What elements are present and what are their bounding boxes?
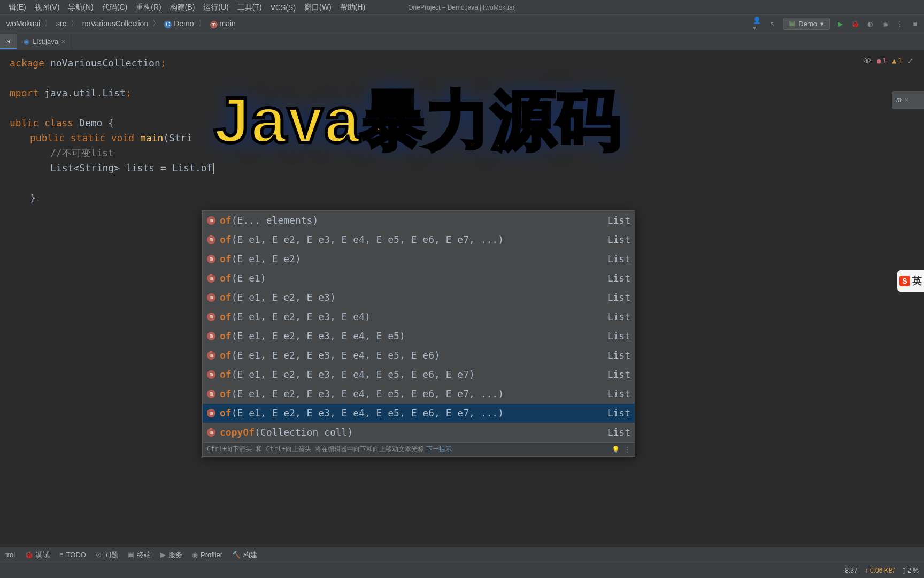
menu-run[interactable]: 运行(U)	[199, 1, 233, 14]
input-method-indicator[interactable]: S 英	[897, 270, 924, 292]
close-icon[interactable]: ×	[905, 96, 908, 104]
close-icon[interactable]: ×	[61, 38, 65, 45]
menu-code[interactable]: 代码(C)	[98, 1, 132, 14]
hammer-icon: 🔨	[232, 551, 241, 559]
overlay-thumbnail-title: Java暴力源码	[214, 78, 622, 165]
tool-problems[interactable]: ⊘问题	[96, 550, 118, 560]
menu-vcs[interactable]: VCS(S)	[266, 1, 300, 14]
completion-return-type: List	[607, 212, 630, 229]
menu-edit[interactable]: 辑(E)	[4, 1, 30, 14]
network-status[interactable]: ↑ 0.06 KB/	[865, 567, 895, 574]
completion-name: of	[220, 270, 232, 287]
completion-name: of	[220, 347, 232, 364]
expand-icon[interactable]: ⤢	[907, 54, 913, 69]
method-icon: m	[207, 274, 215, 283]
completion-item[interactable]: m of (E... elements) List	[203, 211, 635, 230]
chevron-down-icon: ▾	[820, 20, 824, 28]
completion-name: of	[220, 250, 232, 268]
completion-item[interactable]: m of (E e1, E e2) List	[203, 249, 635, 269]
completion-item[interactable]: m of (E e1, E e2, E e3, E e4, E e5, E e6…	[203, 384, 635, 404]
debug-button[interactable]: 🐞	[850, 19, 860, 29]
build-icon[interactable]: ↖	[768, 19, 777, 29]
method-icon: m	[210, 21, 218, 28]
right-tool-tab[interactable]: m ×	[892, 91, 924, 109]
completion-name: of	[220, 212, 232, 229]
crumb-method[interactable]: mmain	[208, 18, 238, 29]
completion-params: (E e1, E e2, E e3, E e4, E e5, E e6, E e…	[232, 405, 504, 422]
run-config-dropdown[interactable]: ▣ Demo ▾	[783, 18, 830, 30]
menu-tools[interactable]: 工具(T)	[233, 1, 266, 14]
menu-help[interactable]: 帮助(H)	[336, 1, 369, 14]
code-line: ackage noVariousCollection;	[10, 56, 914, 71]
menu-bar: 辑(E) 视图(V) 导航(N) 代码(C) 重构(R) 构建(B) 运行(U)…	[0, 0, 924, 15]
completion-item[interactable]: m of (E e1) List	[203, 269, 635, 288]
menu-window[interactable]: 窗口(W)	[300, 1, 336, 14]
tool-debug[interactable]: 🐞调试	[25, 550, 50, 560]
method-icon: m	[207, 428, 215, 437]
more-menu-icon[interactable]: ⋮	[624, 446, 630, 453]
completion-item[interactable]: m of (E e1, E e2, E e3) List	[203, 288, 635, 307]
tab-demo[interactable]: a	[0, 34, 17, 49]
chevron-right-icon: 〉	[198, 19, 206, 28]
crumb-src[interactable]: src	[54, 18, 68, 29]
problems-icon: ⊘	[96, 551, 102, 559]
tool-version-control[interactable]: trol	[5, 551, 15, 559]
tool-build[interactable]: 🔨构建	[232, 550, 257, 560]
completion-return-type: List	[607, 328, 630, 345]
completion-item[interactable]: m of (E e1, E e2, E e3, E e4, E e5) List	[203, 326, 635, 346]
inspection-eye-icon[interactable]: 👁	[863, 54, 872, 69]
bulb-icon[interactable]: 💡	[612, 446, 620, 453]
run-button[interactable]: ▶	[835, 19, 845, 29]
terminal-icon: ▣	[128, 551, 134, 559]
completion-item[interactable]: m of (E e1, E e2, E e3, E e4, E e5, E e6…	[203, 346, 635, 365]
profiler-button[interactable]: ◉	[880, 19, 890, 29]
user-icon[interactable]: 👤▾	[753, 19, 763, 29]
tool-services[interactable]: ▶服务	[160, 550, 182, 560]
status-bar: 8:37 ↑ 0.06 KB/ ▯ 2 %	[0, 562, 924, 578]
completion-hint: Ctrl+向下箭头 和 Ctrl+向上箭头 将在编辑器中向下和向上移动文本光标 …	[203, 442, 635, 456]
completion-return-type: List	[607, 250, 630, 268]
cursor-position[interactable]: 8:37	[845, 567, 857, 574]
completion-item[interactable]: m of (E e1, E e2, E e3, E e4) List	[203, 307, 635, 326]
completion-params: (E e1, E e2, E e3, E e4)	[232, 308, 371, 325]
method-icon: m	[207, 216, 215, 225]
tab-list[interactable]: ◉ List.java ×	[17, 34, 72, 49]
coverage-button[interactable]: ◐	[865, 19, 875, 29]
more-actions-icon[interactable]: ⋮	[895, 19, 905, 29]
completion-item[interactable]: m of (E e1, E e2, E e3, E e4, E e5, E e6…	[203, 230, 635, 249]
completion-name: of	[220, 328, 232, 345]
completion-name: of	[220, 231, 232, 248]
completion-return-type: List	[607, 366, 630, 383]
services-icon: ▶	[160, 551, 166, 559]
method-icon: m	[207, 332, 215, 340]
completion-params: (E e1, E e2, E e3, E e4, E e5, E e6)	[232, 347, 440, 364]
completion-return-type: List	[607, 231, 630, 248]
menu-navigate[interactable]: 导航(N)	[64, 1, 97, 14]
debug-icon: 🐞	[25, 551, 33, 559]
crumb-package[interactable]: noVariousCollection	[80, 18, 150, 29]
menu-refactor[interactable]: 重构(R)	[132, 1, 165, 14]
crumb-module[interactable]: woMokuai	[4, 18, 42, 29]
tool-profiler[interactable]: ◉Profiler	[192, 551, 222, 559]
tool-todo[interactable]: ≡TODO	[59, 551, 86, 559]
completion-item[interactable]: m copyOf (Collection coll) List	[203, 423, 635, 442]
stop-button[interactable]: ■	[910, 19, 920, 29]
method-icon: m	[207, 255, 215, 263]
error-count[interactable]: ● 1	[877, 54, 887, 69]
memory-indicator[interactable]: ▯ 2 %	[902, 567, 919, 574]
tool-terminal[interactable]: ▣终端	[128, 550, 151, 560]
chevron-right-icon: 〉	[71, 19, 78, 28]
completion-name: of	[220, 385, 232, 402]
completion-item[interactable]: m of (E e1, E e2, E e3, E e4, E e5, E e6…	[203, 365, 635, 384]
method-icon: m	[207, 409, 215, 417]
completion-name: copyOf	[220, 424, 255, 441]
completion-params: (Collection coll)	[255, 424, 353, 441]
menu-view[interactable]: 视图(V)	[30, 1, 64, 14]
menu-build[interactable]: 构建(B)	[166, 1, 199, 14]
crumb-class[interactable]: CDemo	[162, 18, 196, 29]
next-hint-link[interactable]: 下一提示	[426, 445, 452, 454]
completion-item[interactable]: m of (E e1, E e2, E e3, E e4, E e5, E e6…	[203, 404, 635, 423]
warning-count[interactable]: ▲ 1	[892, 54, 902, 69]
todo-icon: ≡	[59, 551, 64, 559]
method-icon: m	[207, 313, 215, 321]
